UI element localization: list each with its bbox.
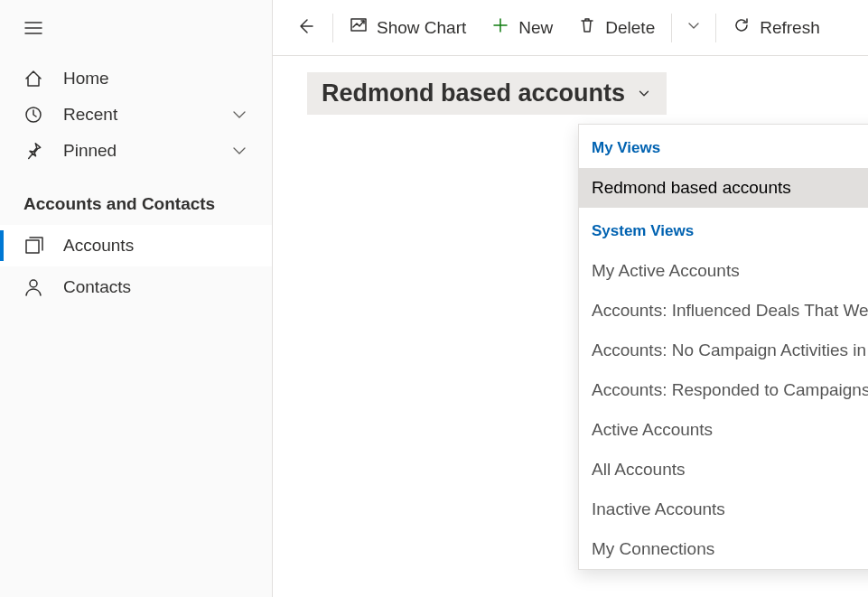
view-option[interactable]: Accounts: Responded to Campaigns in Last… bbox=[579, 370, 868, 410]
plus-icon bbox=[491, 16, 509, 39]
view-option-label: Accounts: Responded to Campaigns in Last… bbox=[592, 380, 868, 400]
refresh-button[interactable]: Refresh bbox=[720, 9, 833, 46]
view-option-redmond-based-accounts[interactable]: Redmond based accounts bbox=[579, 168, 868, 208]
sidebar-item-home[interactable]: Home bbox=[0, 61, 272, 97]
view-option[interactable]: Inactive Accounts bbox=[579, 490, 868, 529]
show-chart-button[interactable]: Show Chart bbox=[337, 9, 479, 46]
accounts-icon bbox=[23, 236, 43, 256]
delete-dropdown-button[interactable] bbox=[676, 9, 712, 46]
view-option-label: Active Accounts bbox=[592, 420, 713, 440]
sidebar: Home Recent Pinned Accounts and Contacts… bbox=[0, 0, 273, 597]
sidebar-item-label: Recent bbox=[63, 105, 210, 125]
refresh-icon bbox=[733, 16, 751, 39]
chevron-down-icon bbox=[230, 106, 248, 124]
view-selector-button[interactable]: Redmond based accounts bbox=[307, 72, 667, 115]
view-option-label: Accounts: Influenced Deals That We Won bbox=[592, 301, 868, 321]
home-icon bbox=[23, 69, 43, 89]
view-option[interactable]: Accounts: Influenced Deals That We Won bbox=[579, 291, 868, 331]
trash-icon bbox=[578, 16, 596, 39]
view-option[interactable]: My Active Accounts bbox=[579, 251, 868, 291]
command-bar: Show Chart New Delete Refresh bbox=[273, 0, 868, 56]
view-selector-label: Redmond based accounts bbox=[322, 79, 625, 107]
sidebar-item-label: Pinned bbox=[63, 141, 210, 161]
view-option[interactable]: Accounts: No Campaign Activities in Last… bbox=[579, 331, 868, 370]
button-label: Refresh bbox=[760, 18, 820, 38]
sidebar-item-recent[interactable]: Recent bbox=[0, 97, 272, 133]
divider bbox=[671, 14, 672, 42]
view-option-label: My Connections bbox=[592, 539, 714, 559]
view-option[interactable]: My Connections bbox=[579, 529, 868, 569]
dropdown-section-my-views: My Views bbox=[579, 125, 868, 168]
new-button[interactable]: New bbox=[479, 9, 565, 46]
sidebar-item-contacts[interactable]: Contacts bbox=[0, 266, 272, 308]
chevron-down-icon bbox=[685, 16, 703, 39]
divider bbox=[715, 14, 716, 42]
sidebar-section-title: Accounts and Contacts bbox=[0, 169, 272, 225]
svg-rect-1 bbox=[26, 240, 39, 253]
pin-icon bbox=[23, 141, 43, 161]
view-option[interactable]: Active Accounts bbox=[579, 410, 868, 450]
chart-icon bbox=[350, 16, 368, 39]
chevron-down-icon bbox=[636, 79, 652, 107]
view-option-label: Redmond based accounts bbox=[592, 178, 791, 198]
sidebar-item-pinned[interactable]: Pinned bbox=[0, 133, 272, 169]
back-button[interactable] bbox=[282, 10, 329, 45]
svg-point-2 bbox=[30, 280, 37, 287]
sidebar-item-label: Accounts bbox=[63, 236, 134, 256]
button-label: New bbox=[518, 18, 553, 38]
delete-button[interactable]: Delete bbox=[565, 9, 667, 46]
main-content: Show Chart New Delete Refresh bbox=[273, 0, 868, 597]
sidebar-item-accounts[interactable]: Accounts bbox=[0, 225, 272, 266]
view-option-label: Inactive Accounts bbox=[592, 499, 725, 519]
view-selector-dropdown: My Views Redmond based accounts System V… bbox=[578, 124, 868, 570]
clock-icon bbox=[23, 105, 43, 125]
sidebar-item-label: Contacts bbox=[63, 277, 131, 297]
view-option-label: Accounts: No Campaign Activities in Last… bbox=[592, 340, 868, 360]
view-option-label: My Active Accounts bbox=[592, 261, 740, 281]
button-label: Delete bbox=[605, 18, 655, 38]
hamburger-icon[interactable] bbox=[23, 25, 43, 41]
divider bbox=[332, 14, 333, 42]
chevron-down-icon bbox=[230, 142, 248, 160]
button-label: Show Chart bbox=[377, 18, 466, 38]
sidebar-item-label: Home bbox=[63, 69, 248, 89]
dropdown-section-system-views: System Views bbox=[579, 208, 868, 251]
view-option[interactable]: All Accounts bbox=[579, 450, 868, 490]
view-option-label: All Accounts bbox=[592, 460, 686, 480]
person-icon bbox=[23, 277, 43, 297]
